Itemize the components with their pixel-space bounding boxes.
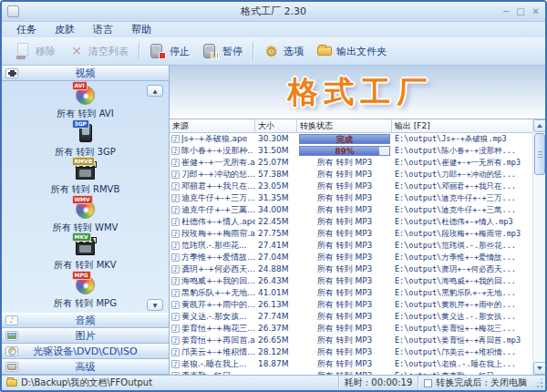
maximize-button[interactable]: □ xyxy=(516,5,524,18)
table-row[interactable]: ♪老狼.-.睡在我上...18.87M所有 转到 MP3E:\output\老狼… xyxy=(170,358,532,370)
cell-output: E:\output\方季惟+-+爱情故... xyxy=(392,252,532,263)
table-row[interactable]: ♪姜育恒+-+再回首.ape26.65M所有 转到 MP3E:\output\姜… xyxy=(170,335,532,346)
cell-output: E:\output\Js+-+杀破狼.mp3 xyxy=(392,133,532,145)
cell-size: 26.37M xyxy=(255,323,297,335)
scroll-down-arrow-icon[interactable] xyxy=(533,362,546,375)
clear-list-button[interactable]: ✕ 清空列表 xyxy=(62,41,135,61)
output-path-section[interactable]: D:\Backup\我的文档\FFOutput xyxy=(2,377,338,389)
sidebar-group-disc[interactable]: 光驱设备\DVD\CD\ISO xyxy=(2,344,169,359)
table-row[interactable]: ♪迪克牛仔+-+三萬...34.00M所有 转到 MP3E:\output\迪克… xyxy=(170,204,532,216)
music-file-icon: ♪ xyxy=(171,301,180,309)
music-file-icon: ♪ xyxy=(171,206,180,214)
vertical-scrollbar[interactable] xyxy=(532,119,545,375)
folder-icon xyxy=(6,379,17,387)
music-file-icon: ♪ xyxy=(171,313,180,321)
column-status[interactable]: 转换状态 xyxy=(297,119,392,132)
sidebar-group-advanced[interactable]: 高级 xyxy=(2,359,169,375)
cell-source: ♪姜育恒+-+再回首.ape xyxy=(170,335,255,346)
table-row[interactable]: ♪邓丽君+-+我只在...23.05M所有 转到 MP3E:\output\邓丽… xyxy=(170,181,532,192)
title-bar[interactable]: 格式工厂 2.30 ─ □ ✕ xyxy=(2,2,545,22)
table-row[interactable]: ♪杜德伟+-+情人.ape22.45M所有 转到 MP3E:\output\杜德… xyxy=(170,216,532,228)
remove-button[interactable]: 移除 xyxy=(9,41,62,61)
shutdown-checkbox[interactable] xyxy=(424,379,432,387)
cell-status: 所有 转到 MP3 xyxy=(297,323,392,335)
close-button[interactable]: ✕ xyxy=(532,5,540,18)
resize-grip[interactable] xyxy=(532,377,543,388)
minimize-button[interactable]: ─ xyxy=(503,5,509,18)
pause-label: 暂停 xyxy=(222,45,243,58)
music-file-icon: ♪ xyxy=(171,170,180,179)
table-row[interactable]: ♪姜育恒+-+梅花三...26.37M所有 转到 MP3E:\output\姜育… xyxy=(170,323,532,335)
sidebar-scroll-down-button[interactable]: ▼ xyxy=(147,299,163,311)
table-row[interactable]: ♪迪克牛仔+-+三万...31.35M所有 转到 MP3E:\output\迪克… xyxy=(170,192,532,204)
cell-output: E:\output\海鸣威+-+我的回... xyxy=(392,275,532,287)
cell-size: 57.38M xyxy=(255,169,297,181)
output-folder-label: 输出文件夹 xyxy=(336,45,387,58)
table-row[interactable]: ♪黑豹乐队+-+无地...41.01M所有 转到 MP3E:\output\黑豹… xyxy=(170,287,532,299)
column-output[interactable]: 输出 [F2] xyxy=(392,119,532,132)
cell-source: ♪邝美云+-+堆积情... xyxy=(170,346,255,358)
table-row[interactable]: ♪黄凯芹+-+雨中的...26.13M所有 转到 MP3E:\output\黄凯… xyxy=(170,299,532,311)
sidebar-item-all-to-mpg[interactable]: MPG 所有 转到 MPG xyxy=(2,273,169,310)
shutdown-option[interactable]: 转换完成后 : 关闭电脑 xyxy=(418,376,532,390)
scroll-up-arrow-icon[interactable] xyxy=(533,119,546,132)
table-row[interactable]: ♪段玫梅+-+梅雨帘.ape27.75M所有 转到 MP3E:\output\段… xyxy=(170,228,532,240)
cell-source: ♪杜德伟+-+情人.ape xyxy=(170,216,255,228)
table-row[interactable]: ♪李克勤.-.红日...所有 转到 MP3E:\output\李克勤.-.红日.… xyxy=(170,370,532,375)
cell-output: E:\output\姜育恒+-+梅花三... xyxy=(392,323,532,335)
pause-button[interactable]: 暂停 xyxy=(196,41,249,61)
3gp-phone-icon: 3GP xyxy=(72,122,99,145)
cell-source: ♪方季惟+-+爱情故... xyxy=(170,252,255,263)
wmv-disc-icon: WMV xyxy=(72,198,99,221)
table-row[interactable]: ♪海鸣威+-+我的回...26.43M所有 转到 MP3E:\output\海鸣… xyxy=(170,275,532,287)
table-row[interactable]: ♪方季惟+-+爱情故...27.04M所有 转到 MP3E:\output\方季… xyxy=(170,252,532,263)
sidebar-item-all-to-avi[interactable]: AVI 所有 转到 AVI xyxy=(2,84,169,120)
music-file-icon: ♪ xyxy=(171,289,180,297)
cell-source: ♪李克勤.-.红日... xyxy=(170,370,255,375)
column-size[interactable]: 大小 xyxy=(255,119,297,132)
options-button[interactable]: ⚙ 选项 xyxy=(257,41,310,61)
cell-status: 所有 转到 MP3 xyxy=(297,299,392,311)
cell-size: 31.50M xyxy=(255,145,297,157)
scrollbar-thumb[interactable] xyxy=(534,133,545,175)
sidebar-group-audio[interactable]: ♪ 音频 xyxy=(2,313,169,328)
table-row[interactable]: ♪龚玥+-+何必西天...24.88M所有 转到 MP3E:\output\龚玥… xyxy=(170,263,532,275)
cell-output: E:\output\迪克牛仔+-+三萬... xyxy=(392,204,532,216)
menu-task[interactable]: 任务 xyxy=(7,22,46,37)
sidebar-item-all-to-3gp[interactable]: 3GP 所有 转到 3GP xyxy=(2,122,169,159)
stop-button[interactable]: 停止 xyxy=(143,41,196,61)
cell-size: 27.41M xyxy=(255,240,297,252)
cell-status: 所有 转到 MP3 xyxy=(297,192,392,204)
table-row[interactable]: ♪崔健+-+一无所有.ape25.07M所有 转到 MP3E:\output\崔… xyxy=(170,157,532,169)
table-row[interactable]: ♪黄义达.-.那女孩...27.74M所有 转到 MP3E:\output\黄义… xyxy=(170,311,532,323)
menu-language[interactable]: 语言 xyxy=(84,22,122,37)
sidebar-group-video[interactable]: 视频 xyxy=(2,66,169,81)
mpg-disc-icon: MPG xyxy=(72,273,99,296)
output-folder-button[interactable]: 输出文件夹 xyxy=(310,41,393,61)
table-row[interactable]: ♪陈小春+-+没那种..31.50M89%E:\output\陈小春+-+没那种… xyxy=(170,145,532,157)
menu-skin[interactable]: 皮肤 xyxy=(46,22,84,37)
sidebar-item-all-to-wmv[interactable]: WMV 所有 转到 WMV xyxy=(2,198,169,234)
cell-status: 所有 转到 MP3 xyxy=(297,346,392,358)
cell-output: E:\output\段玫梅+-+梅雨帘.mp3 xyxy=(392,228,532,240)
column-source[interactable]: 来源 xyxy=(170,119,255,132)
cell-status: 所有 转到 MP3 xyxy=(297,228,392,240)
menu-help[interactable]: 帮助 xyxy=(122,22,160,37)
table-row[interactable]: ♪Js+-+杀破狼.ape30.30M完成E:\output\Js+-+杀破狼.… xyxy=(170,133,532,145)
sidebar-group-image[interactable]: 图片 xyxy=(2,328,169,344)
cell-source: ♪老狼.-.睡在我上... xyxy=(170,358,255,370)
table-row[interactable]: ♪邝美云+-+堆积情...28.12M所有 转到 MP3E:\output\邝美… xyxy=(170,346,532,358)
avi-disc-icon: AVI xyxy=(72,84,99,107)
sidebar-scroll-up-button[interactable]: ▲ xyxy=(147,85,163,97)
music-file-icon: ♪ xyxy=(171,218,180,226)
group-image-label: 图片 xyxy=(18,329,152,343)
group-advanced-label: 高级 xyxy=(18,360,152,374)
sidebar-item-all-to-mkv[interactable]: MKV 所有 转到 MKV xyxy=(2,235,169,272)
table-row[interactable]: ♪范玮琪.-.那些花...27.41M所有 转到 MP3E:\output\范玮… xyxy=(170,240,532,252)
table-row[interactable]: ♪刀郎+-+冲动的惩...57.38M所有 转到 MP3E:\output\刀郎… xyxy=(170,169,532,181)
cell-output: E:\output\邝美云+-+堆积情... xyxy=(392,346,532,358)
shutdown-label: 转换完成后 : 关闭电脑 xyxy=(436,377,527,389)
music-file-icon: ♪ xyxy=(171,277,180,285)
cell-size: 27.04M xyxy=(255,252,297,263)
sidebar-item-all-to-rmvb[interactable]: RMVB 所有 转到 RMVB xyxy=(2,160,169,196)
